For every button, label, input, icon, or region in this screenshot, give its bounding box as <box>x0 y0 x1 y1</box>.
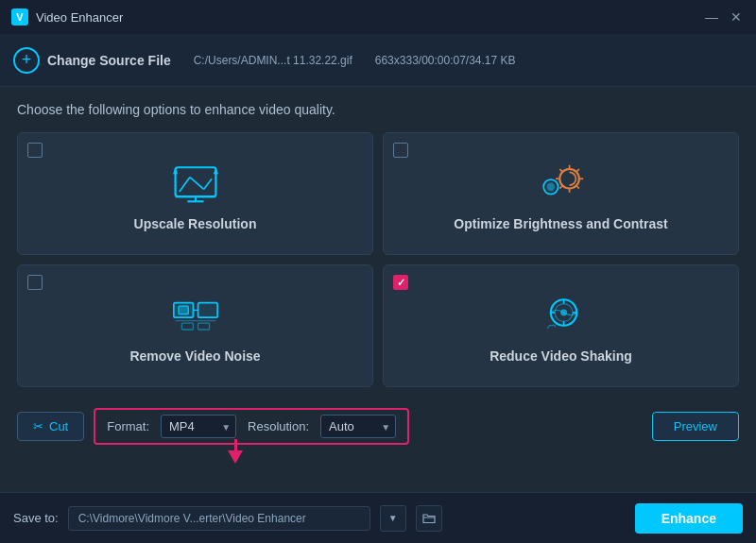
folder-button[interactable] <box>416 505 442 532</box>
minimize-button[interactable]: — <box>703 8 720 25</box>
svg-line-17 <box>576 186 579 189</box>
enhance-button[interactable]: Enhance <box>635 503 743 534</box>
path-dropdown-button[interactable]: ▼ <box>380 505 406 532</box>
format-label: Format: <box>107 419 149 433</box>
close-button[interactable]: ✕ <box>728 8 745 25</box>
svg-line-19 <box>559 186 562 189</box>
svg-line-4 <box>179 178 189 192</box>
preview-button[interactable]: Preview <box>652 412 739 441</box>
subtitle-text: Choose the following options to enhance … <box>17 102 739 117</box>
main-content: Choose the following options to enhance … <box>0 87 756 462</box>
arrow-stem <box>234 439 237 450</box>
svg-point-21 <box>546 183 555 192</box>
app-icon: V <box>11 8 28 25</box>
svg-line-18 <box>576 169 579 172</box>
top-bar: + Change Source File C:/Users/ADMIN...t … <box>0 34 756 87</box>
svg-rect-30 <box>181 323 193 330</box>
svg-rect-25 <box>198 303 217 317</box>
upscale-label: Upscale Resolution <box>134 216 257 231</box>
svg-rect-28 <box>179 306 188 314</box>
svg-line-16 <box>559 169 562 172</box>
resolution-select[interactable]: Auto 720p 1080p 4K <box>320 415 396 438</box>
save-path: C:\Vidmore\Vidmore V...erter\Video Enhan… <box>68 506 370 531</box>
scissors-icon: ✂ <box>33 419 43 433</box>
noise-label: Remove Video Noise <box>129 348 260 364</box>
noise-icon <box>167 292 224 339</box>
change-source-button[interactable]: + Change Source File <box>13 47 171 74</box>
shaking-label: Reduce Video Shaking <box>490 348 632 364</box>
save-to-label: Save to: <box>13 511 59 525</box>
app-title: Video Enhancer <box>36 10 123 25</box>
plus-circle-icon: + <box>13 47 40 74</box>
title-bar-controls: — ✕ <box>703 8 745 25</box>
resolution-select-wrapper: Auto 720p 1080p 4K ▼ <box>320 415 396 438</box>
arrow-indicator <box>228 440 243 464</box>
svg-line-5 <box>190 178 204 190</box>
bottom-controls: ✂ Cut Format: MP4 MOV AVI MKV GIF ▼ Reso… <box>17 400 739 452</box>
shaking-checkbox[interactable] <box>393 275 408 290</box>
resolution-label: Resolution: <box>248 419 309 433</box>
format-select[interactable]: MP4 MOV AVI MKV GIF <box>161 415 236 438</box>
brightness-card: Optimize Brightness and Contrast <box>383 132 739 255</box>
format-resolution-box: Format: MP4 MOV AVI MKV GIF ▼ Resolution… <box>94 408 409 445</box>
change-source-label: Change Source File <box>47 53 171 68</box>
file-meta: 663x333/00:00:07/34.17 KB <box>375 54 516 67</box>
title-bar: V Video Enhancer — ✕ <box>0 0 756 34</box>
shaking-icon <box>533 292 590 339</box>
cut-button[interactable]: ✂ Cut <box>17 412 84 441</box>
noise-card: Remove Video Noise <box>17 264 373 387</box>
upscale-card: Upscale Resolution <box>17 132 373 255</box>
upscale-icon <box>167 160 224 207</box>
enhance-grid: Upscale Resolution <box>17 132 739 387</box>
svg-rect-31 <box>198 323 209 330</box>
save-bar: Save to: C:\Vidmore\Vidmore V...erter\Vi… <box>0 492 756 543</box>
file-path: C:/Users/ADMIN...t 11.32.22.gif <box>194 54 352 67</box>
format-select-wrapper: MP4 MOV AVI MKV GIF ▼ <box>161 415 236 438</box>
noise-checkbox[interactable] <box>27 275 43 290</box>
title-bar-left: V Video Enhancer <box>11 8 123 25</box>
upscale-checkbox[interactable] <box>27 143 43 158</box>
brightness-icon <box>533 160 590 207</box>
cut-label: Cut <box>49 419 68 433</box>
shaking-card: Reduce Video Shaking <box>383 264 739 387</box>
arrow-head <box>228 450 243 464</box>
brightness-label: Optimize Brightness and Contrast <box>454 216 667 231</box>
brightness-checkbox[interactable] <box>393 143 408 158</box>
svg-line-6 <box>203 178 212 189</box>
